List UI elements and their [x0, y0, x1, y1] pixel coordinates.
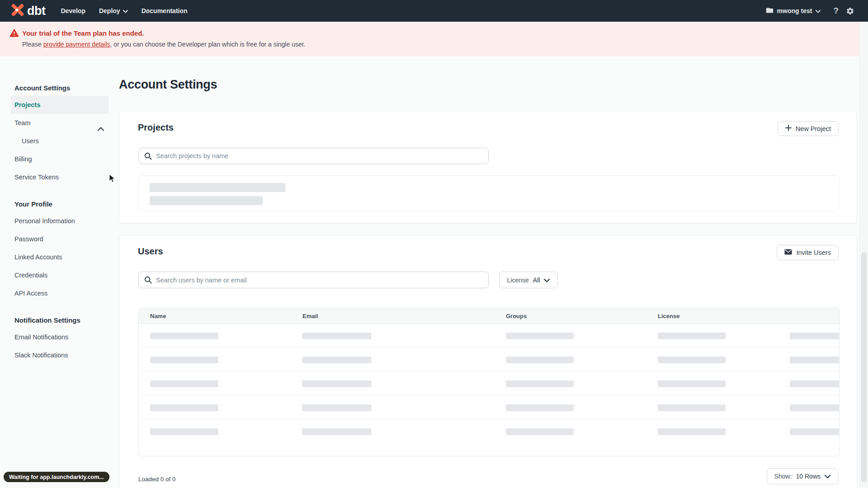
- skeleton-bar: [790, 333, 840, 339]
- column-header-license: License: [658, 308, 679, 324]
- nav-item-develop[interactable]: Develop: [61, 7, 85, 14]
- sidebar-item-projects[interactable]: Projects: [11, 96, 108, 114]
- projects-search: [138, 148, 489, 164]
- table-row-skeleton: [139, 324, 839, 348]
- page-title: Account Settings: [119, 78, 217, 92]
- skeleton-bar: [790, 428, 840, 435]
- plus-icon: [785, 125, 792, 132]
- sidebar-header-account-settings: Account Settings: [11, 80, 108, 96]
- settings-sidebar: Account Settings Projects Team Users Bil…: [11, 80, 108, 364]
- table-row-skeleton: [139, 396, 839, 420]
- sidebar-item-password[interactable]: Password: [11, 230, 108, 248]
- envelope-icon: [784, 249, 792, 256]
- skeleton-bar: [506, 428, 574, 435]
- skeleton-bar: [658, 380, 726, 387]
- skeleton-bar: [790, 404, 840, 411]
- sidebar-item-billing[interactable]: Billing: [11, 150, 108, 168]
- banner-message: Please provide payment details, or you c…: [22, 41, 306, 48]
- skeleton-bar: [658, 428, 726, 435]
- users-search: [138, 272, 489, 288]
- chevron-down-icon: [825, 473, 830, 480]
- skeleton-bar: [150, 428, 218, 435]
- scrollbar-thumb[interactable]: [861, 252, 867, 483]
- skeleton-bar: [150, 333, 218, 339]
- nav-menu: Develop Deploy Documentation: [61, 7, 187, 14]
- skeleton-bar: [302, 380, 371, 387]
- skeleton-bar: [150, 357, 218, 363]
- skeleton-bar: [790, 357, 840, 363]
- users-table-header: Name Email Groups License: [139, 308, 839, 324]
- dbt-logo-text: dbt: [27, 4, 45, 18]
- gear-icon[interactable]: [846, 7, 854, 15]
- skeleton-bar: [150, 380, 218, 387]
- new-project-button[interactable]: New Project: [778, 121, 839, 136]
- table-row-skeleton: [139, 420, 839, 444]
- trial-ended-banner: Your trial of the Team plan has ended. P…: [0, 22, 868, 56]
- banner-title: Your trial of the Team plan has ended.: [22, 29, 144, 37]
- skeleton-bar: [658, 357, 726, 363]
- nav-item-deploy[interactable]: Deploy: [99, 7, 128, 14]
- account-switcher[interactable]: mwong test: [766, 7, 821, 15]
- chevron-down-icon: [544, 277, 550, 284]
- skeleton-bar: [658, 333, 726, 339]
- users-card: Users Invite Users License All Name Emai…: [119, 235, 857, 488]
- sidebar-item-slack-notifications[interactable]: Slack Notifications: [11, 346, 108, 364]
- invite-users-button[interactable]: Invite Users: [777, 245, 839, 260]
- column-header-groups: Groups: [506, 308, 527, 324]
- column-header-name: Name: [150, 308, 166, 324]
- search-icon: [144, 276, 152, 286]
- sidebar-item-service-tokens[interactable]: Service Tokens: [11, 168, 108, 186]
- sidebar-item-email-notifications[interactable]: Email Notifications: [11, 328, 108, 346]
- skeleton-bar: [302, 404, 371, 411]
- skeleton-bar: [506, 357, 574, 363]
- chevron-down-icon: [123, 7, 128, 14]
- help-icon[interactable]: ?: [833, 6, 839, 16]
- dbt-logo-icon: [11, 3, 24, 19]
- skeleton-bar: [150, 404, 218, 411]
- sidebar-header-notification-settings: Notification Settings: [11, 313, 108, 328]
- top-navigation: dbt Develop Deploy Documentation mwong t…: [0, 0, 868, 22]
- nav-item-documentation[interactable]: Documentation: [142, 7, 188, 14]
- sidebar-item-linked-accounts[interactable]: Linked Accounts: [11, 248, 108, 266]
- projects-search-input[interactable]: [138, 148, 489, 164]
- skeleton-bar: [506, 404, 574, 411]
- sidebar-item-personal-information[interactable]: Personal Information: [11, 212, 108, 230]
- users-search-input[interactable]: [138, 272, 489, 288]
- column-header-email: Email: [302, 308, 318, 324]
- search-icon: [144, 152, 152, 162]
- skeleton-bar: [302, 333, 371, 339]
- table-row-skeleton: [139, 348, 839, 372]
- account-name: mwong test: [777, 7, 812, 14]
- projects-card-title: Projects: [138, 122, 174, 133]
- projects-card: Projects New Project: [119, 111, 857, 223]
- show-rows-dropdown[interactable]: Show: 10 Rows: [767, 468, 838, 484]
- sidebar-item-api-access[interactable]: API Access: [11, 284, 108, 302]
- skeleton-bar: [302, 428, 371, 435]
- skeleton-bar: [506, 333, 574, 339]
- sidebar-item-team[interactable]: Team: [11, 114, 108, 132]
- skeleton-bar: [658, 404, 726, 411]
- page-scrollbar[interactable]: [859, 22, 868, 488]
- nav-right: mwong test ?: [766, 6, 854, 16]
- mouse-cursor: [109, 174, 115, 185]
- users-table: Name Email Groups License: [138, 308, 840, 456]
- skeleton-bar: [302, 357, 371, 363]
- provide-payment-details-link[interactable]: provide payment details: [43, 41, 110, 48]
- sidebar-header-your-profile: Your Profile: [11, 197, 108, 212]
- dbt-logo[interactable]: dbt: [11, 3, 45, 19]
- chevron-down-icon: [816, 7, 821, 14]
- sidebar-item-users[interactable]: Users: [11, 132, 108, 150]
- folder-icon: [766, 7, 774, 15]
- skeleton-bar: [506, 380, 574, 387]
- browser-status-tooltip: Waiting for app.launchdarkly.com...: [4, 472, 109, 482]
- users-card-title: Users: [138, 246, 163, 257]
- warning-icon: [9, 29, 19, 39]
- projects-loading-skeleton: [138, 175, 840, 212]
- table-row-skeleton: [139, 372, 839, 396]
- license-filter-dropdown[interactable]: License All: [499, 272, 558, 288]
- sidebar-item-credentials[interactable]: Credentials: [11, 266, 108, 284]
- skeleton-bar: [790, 380, 840, 387]
- skeleton-bar: [150, 196, 263, 205]
- skeleton-bar: [150, 183, 285, 192]
- loaded-count-text: Loaded 0 of 0: [138, 476, 176, 483]
